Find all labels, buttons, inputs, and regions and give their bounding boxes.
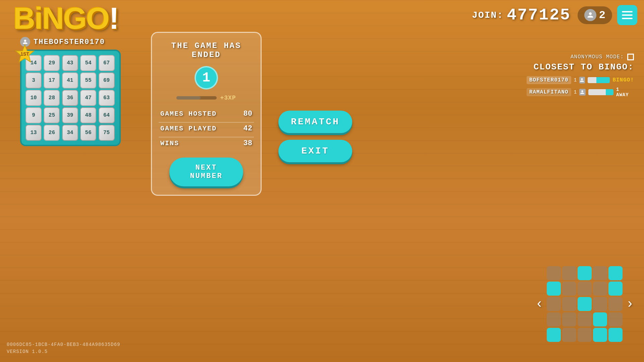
menu-line-2	[622, 14, 633, 16]
place-number: 1	[202, 70, 210, 85]
bingo-cell: 41	[62, 72, 78, 88]
mini-cell	[608, 266, 623, 280]
closest-player-2-pos: 1	[574, 89, 577, 95]
bingo-cell: 9	[25, 107, 42, 123]
action-buttons: REMATCH EXIT	[278, 111, 352, 162]
player-name-bar: THEBOFSTER0170	[20, 37, 121, 47]
version-info: 0006DC85-1BCB-4FA0-BEB3-484A98635D69 VER…	[7, 341, 120, 355]
mini-cell	[547, 312, 561, 326]
next-number-button[interactable]: NEXT NUMBER	[169, 158, 243, 186]
mini-cell	[562, 297, 576, 311]
player-count: 2	[599, 9, 605, 21]
closest-player-2-icon	[579, 89, 586, 96]
mini-cell	[608, 328, 623, 342]
bingo-cell: 34	[62, 125, 78, 141]
stats-value-2: 38	[244, 139, 252, 147]
player-card: THEBOFSTER0170 1ST 142943546731741556910…	[20, 37, 121, 146]
closest-row-1: BOFSTER0170 1 BINGO!	[527, 76, 634, 84]
bingo-logo-text: BiNGO!	[13, 3, 118, 34]
exit-button[interactable]: EXIT	[278, 140, 352, 162]
stats-separator	[159, 137, 254, 137]
bingo-cell: 67	[99, 55, 115, 71]
menu-line-1	[622, 11, 633, 12]
mini-cell	[562, 328, 576, 342]
mini-cell	[578, 297, 592, 311]
join-section: JOIN: 477125	[472, 6, 571, 24]
mini-cell	[608, 312, 623, 326]
mini-cell	[578, 266, 592, 280]
xp-label: +3XP	[220, 95, 236, 101]
anonymous-mode-checkbox[interactable]	[627, 54, 634, 60]
bingo-cell: 36	[62, 90, 78, 106]
bingo-logo: BiNGO!	[13, 3, 118, 34]
mini-cell	[547, 266, 561, 280]
place-circle: 1	[195, 66, 218, 89]
bingo-card-grid: 1ST 142943546731741556910283647639253948…	[20, 50, 121, 146]
game-ended-title: THE GAME HAS ENDED	[159, 41, 254, 59]
mini-cell	[547, 282, 561, 296]
closest-row-2: RAMALFITANO 1 1 AWAY	[527, 87, 634, 98]
mini-grid-container: ‹ ›	[535, 266, 634, 342]
closest-player-2-name: RAMALFITANO	[529, 89, 569, 95]
mini-cell	[593, 297, 607, 311]
exclaim-mark: !	[109, 2, 118, 35]
mini-cell	[547, 328, 561, 342]
next-card-arrow[interactable]: ›	[626, 297, 634, 312]
mini-cell	[547, 297, 561, 311]
xp-bar	[176, 96, 217, 100]
join-label: JOIN:	[472, 10, 503, 20]
mini-cell	[593, 312, 607, 326]
bingo-cell: 75	[99, 125, 115, 141]
prev-card-arrow[interactable]: ‹	[535, 297, 543, 312]
mini-cell	[562, 312, 576, 326]
bingo-cell: 47	[80, 90, 96, 106]
rematch-button[interactable]: REMATCH	[278, 111, 352, 133]
bingo-cell: 56	[80, 125, 96, 141]
mini-cell	[578, 312, 592, 326]
mini-cell	[578, 282, 592, 296]
menu-button[interactable]	[617, 5, 637, 25]
bingo-cell: 54	[80, 55, 96, 71]
bingo-cell: 63	[99, 90, 115, 106]
bingo-cell: 64	[99, 107, 115, 123]
stats-row: GAMES PLAYED 42	[159, 124, 254, 133]
stats-value-0: 80	[244, 110, 252, 118]
bingo-cell: 29	[44, 55, 60, 71]
bingo-cell: 28	[44, 90, 60, 106]
anonymous-mode-row: ANONYMOUS MODE:	[527, 54, 634, 60]
closest-player-1-bar	[588, 77, 610, 83]
anonymous-mode-label: ANONYMOUS MODE:	[571, 54, 624, 60]
game-ended-panel: THE GAME HAS ENDED 1 +3XP GAMES HOSTED 8…	[151, 32, 262, 196]
player-badge: 2	[578, 6, 612, 24]
bingo-cell: 13	[25, 125, 42, 141]
bingo-grid: 1429435467317415569102836476392539486413…	[25, 55, 115, 141]
mini-cell	[578, 328, 592, 342]
mini-cell	[593, 266, 607, 280]
closest-to-bingo-panel: ANONYMOUS MODE: CLOSEST TO BINGO: BOFSTE…	[527, 54, 634, 100]
stats-label-2: WINS	[160, 139, 179, 147]
closest-player-2-bar	[588, 89, 613, 95]
join-code: 477125	[507, 6, 571, 24]
first-place-badge: 1ST	[15, 44, 35, 64]
mini-cell	[593, 328, 607, 342]
stats-separator	[159, 122, 254, 123]
closest-player-1-name: BOFSTER0170	[529, 77, 569, 83]
mini-cell	[608, 297, 623, 311]
mini-cell	[593, 282, 607, 296]
menu-line-3	[622, 18, 633, 19]
stats-container: GAMES HOSTED 80 GAMES PLAYED 42 WINS 38	[159, 110, 254, 147]
player-icon	[584, 9, 596, 21]
bingo-cell: 48	[80, 107, 96, 123]
xp-bar-container: +3XP	[159, 95, 254, 101]
mini-cell	[562, 282, 576, 296]
mini-cell	[562, 266, 576, 280]
bingo-cell: 55	[80, 72, 96, 88]
bingo-cell: 3	[25, 72, 42, 88]
stats-value-1: 42	[244, 124, 252, 133]
xp-fill	[176, 96, 201, 100]
bingo-cell: 43	[62, 55, 78, 71]
bingo-cell: 25	[44, 107, 60, 123]
stats-row: GAMES HOSTED 80	[159, 110, 254, 118]
mini-bingo-grid	[547, 266, 623, 342]
stats-row: WINS 38	[159, 139, 254, 147]
